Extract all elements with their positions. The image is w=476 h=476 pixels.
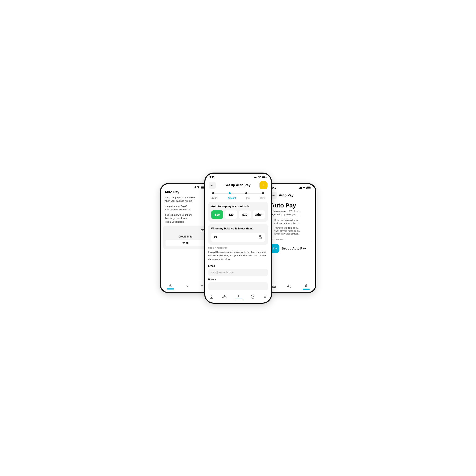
left-bottom-nav: £ ? ≡: [161, 280, 210, 292]
center-battery-icon: [262, 176, 267, 178]
step-line-1: [214, 193, 229, 193]
right-app-header: ← Auto Pay: [267, 190, 315, 201]
step-line-2: [231, 193, 245, 193]
step-pay-dot: [245, 192, 247, 194]
svg-rect-21: [311, 187, 311, 188]
balance-input-row: £2: [211, 233, 265, 242]
center-back-button[interactable]: ←: [209, 182, 216, 189]
center-nav-indicator: [235, 300, 242, 300]
step-label-pay: Pay: [246, 197, 250, 199]
right-nav-indicator: [303, 289, 310, 290]
balance-section: When my balance is lower than: £2: [208, 224, 268, 245]
svg-rect-1: [201, 187, 204, 188]
receipt-section: NEED A RECEIPT? If you'd like a receipt …: [205, 247, 271, 265]
amount-options: £10 £20 £30 Other: [211, 210, 265, 219]
left-status-icons: [193, 186, 205, 189]
autopay-big-title: Auto Pay: [267, 201, 315, 210]
setup-autopay-button-label[interactable]: Set up Auto Pay: [282, 247, 306, 250]
center-nav-payments[interactable]: £: [235, 294, 242, 299]
lightning-button[interactable]: ⚡: [259, 181, 268, 189]
step-amount-dot: [229, 192, 231, 194]
left-body-text: c PAYG top-ups so you neverwhen your bal…: [161, 196, 210, 224]
left-nav-payments[interactable]: £: [167, 284, 174, 289]
receipt-label: NEED A RECEIPT?: [208, 247, 268, 249]
progress-steps: [209, 191, 268, 197]
email-label: Email: [205, 265, 271, 268]
amount-other-button[interactable]: Other: [253, 210, 265, 219]
get-started-divider: [271, 242, 311, 242]
amount-30-button[interactable]: £30: [239, 210, 251, 219]
right-header-title: Auto Pay: [279, 193, 293, 197]
setup-button-row: Set up Auto Pay: [267, 244, 315, 253]
center-signal-icon: [254, 176, 257, 178]
email-input[interactable]: sam@example.com: [208, 269, 268, 276]
wifi-icon: [197, 186, 200, 188]
right-status-icons: [299, 187, 311, 189]
center-nav-help[interactable]: ?: [251, 295, 255, 299]
credit-limit-box: Credit limit £2.00: [163, 226, 207, 249]
topup-section-title: Auto top-up my account with:: [211, 205, 265, 208]
center-bottom-nav: £ ? ≡: [205, 291, 271, 303]
nav-active-indicator: [167, 289, 174, 290]
svg-point-16: [225, 297, 226, 298]
topup-amount-section: Auto top-up my account with: £10 £20 £30…: [208, 202, 268, 222]
svg-line-27: [290, 286, 290, 287]
amount-10-button[interactable]: £10: [211, 210, 223, 219]
left-nav-menu[interactable]: ≡: [201, 284, 203, 289]
step-line-3: [247, 193, 262, 193]
center-status-bar: 9:41: [205, 174, 271, 180]
right-bottom-nav: £: [267, 280, 315, 292]
right-status-bar: 9:41: [267, 184, 315, 190]
center-time: 9:41: [210, 176, 215, 179]
svg-rect-10: [266, 177, 267, 178]
left-status-bar: [161, 184, 210, 189]
right-content: ← Auto Pay Auto Pay Set up automatic PAY…: [267, 190, 315, 293]
svg-rect-9: [262, 176, 265, 178]
center-app-header: ← Set up Auto Pay ⚡: [205, 180, 271, 191]
center-nav-menu[interactable]: ≡: [264, 295, 266, 299]
credit-limit-value: £2.00: [166, 240, 205, 246]
center-phone: 9:41 ← Set up Auto Pay ⚡: [204, 172, 272, 304]
svg-line-26: [289, 286, 289, 287]
svg-line-17: [224, 296, 224, 297]
right-phone: 9:41 ← Auto Pay Auto Pay Set up automati…: [266, 183, 316, 293]
check-list: ✓ Set repeat top-ups for yo...meter when…: [267, 219, 315, 238]
svg-rect-13: [211, 297, 212, 298]
signal-icon: [193, 186, 196, 188]
phone-label: Phone: [205, 278, 271, 281]
right-signal-icon: [299, 187, 302, 189]
check-item-1: ✓ Set repeat top-ups for yo...meter when…: [271, 219, 311, 225]
step-label-energy: Energy: [211, 197, 218, 199]
balance-value: £2: [214, 236, 218, 239]
svg-point-25: [290, 286, 291, 287]
svg-point-14: [222, 297, 224, 298]
step-label-amount: Amount: [228, 197, 236, 199]
phone-input[interactable]: [208, 282, 268, 290]
step-energy-dot: [212, 192, 214, 194]
step-done-dot: [262, 192, 264, 194]
left-page-title: Auto Pay: [161, 189, 210, 196]
svg-line-18: [225, 296, 225, 297]
step-label-done: Done: [260, 197, 265, 199]
left-content: Auto Pay c PAYG top-ups so you neverwhen…: [161, 189, 210, 293]
receipt-text: If you'd like a receipt when your Auto P…: [208, 250, 268, 261]
check-item-2: ✓ Your auto top-up is paid ...card, so y…: [271, 226, 311, 235]
get-started-label: GET STARTED: [267, 238, 315, 242]
amount-20-button[interactable]: £20: [225, 210, 237, 219]
right-nav-home[interactable]: [272, 284, 276, 288]
center-status-icons: [254, 176, 267, 178]
right-nav-usage[interactable]: [287, 285, 291, 288]
center-header-title: Set up Auto Pay: [224, 183, 250, 187]
center-scroll-area: Auto top-up my account with: £10 £20 £30…: [205, 202, 271, 304]
center-nav-home[interactable]: [210, 295, 213, 299]
right-nav-payments[interactable]: £: [303, 284, 310, 289]
left-nav-help[interactable]: ?: [186, 284, 188, 289]
svg-point-12: [260, 237, 260, 238]
center-content: ← Set up Auto Pay ⚡ Energy Amount: [205, 180, 271, 304]
balance-section-title: When my balance is lower than:: [211, 227, 265, 230]
center-nav-usage[interactable]: [222, 295, 226, 298]
credit-limit-label: Credit limit: [178, 235, 192, 238]
right-battery-icon: [306, 187, 311, 189]
steps-labels: Energy Amount Pay Done: [209, 197, 268, 201]
center-wifi-icon: [258, 176, 261, 178]
